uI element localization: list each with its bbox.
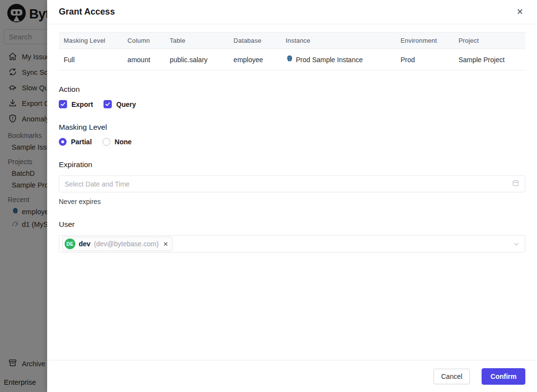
col-header-column: Column: [122, 33, 165, 49]
confirm-button[interactable]: Confirm: [482, 368, 525, 385]
partial-radio[interactable]: Partial: [59, 138, 92, 146]
user-select[interactable]: DE dev (dev@bytebase.com) ✕: [59, 235, 525, 253]
remove-user-icon[interactable]: ✕: [163, 241, 168, 247]
expiration-hint: Never expires: [59, 198, 525, 205]
user-tag: DE dev (dev@bytebase.com) ✕: [62, 237, 173, 251]
instance-name: Prod Sample Instance: [296, 56, 363, 64]
cell-masking-level: Full: [59, 49, 122, 70]
masking-level-section-label: Masking Level: [59, 123, 525, 132]
cancel-button[interactable]: Cancel: [433, 369, 470, 384]
expiration-section-label: Expiration: [59, 160, 525, 169]
export-checkbox-label: Export: [71, 101, 93, 108]
checkbox-checked-icon: [59, 100, 67, 108]
expiration-input[interactable]: [65, 180, 508, 188]
calendar-icon[interactable]: [512, 179, 520, 189]
cell-instance: Prod Sample Instance: [281, 49, 396, 70]
table-header-row: Masking Level Column Table Database Inst…: [59, 33, 525, 49]
col-header-masking-level: Masking Level: [59, 33, 122, 49]
partial-radio-label: Partial: [71, 138, 92, 146]
cell-project: Sample Project: [453, 49, 525, 70]
export-checkbox[interactable]: Export: [59, 100, 93, 108]
modal-footer: Cancel Confirm: [47, 360, 537, 392]
masking-level-options: Partial None: [59, 138, 525, 146]
expiration-date-picker[interactable]: [59, 175, 525, 192]
query-checkbox-label: Query: [116, 101, 136, 108]
modal-header: Grant Access ✕: [47, 0, 537, 24]
query-checkbox[interactable]: Query: [104, 100, 136, 108]
table-row: Full amount public.salary employee Prod …: [59, 49, 525, 70]
user-section-label: User: [59, 220, 525, 229]
radio-unselected-icon: [103, 138, 110, 146]
radio-selected-icon: [59, 138, 67, 146]
grant-access-modal: Grant Access ✕ Masking Level Column Tabl…: [47, 0, 537, 392]
modal-body: Masking Level Column Table Database Inst…: [47, 24, 537, 360]
grant-table: Masking Level Column Table Database Inst…: [59, 32, 525, 70]
avatar: DE: [65, 239, 75, 249]
col-header-project: Project: [453, 33, 525, 49]
cell-environment: Prod: [396, 49, 453, 70]
col-header-instance: Instance: [281, 33, 396, 49]
none-radio-label: None: [115, 138, 132, 146]
chevron-down-icon[interactable]: [513, 240, 520, 248]
col-header-database: Database: [229, 33, 281, 49]
col-header-environment: Environment: [396, 33, 453, 49]
postgresql-icon: [286, 55, 294, 64]
modal-title: Grant Access: [59, 7, 115, 17]
user-email: (dev@bytebase.com): [94, 240, 158, 248]
cell-database: employee: [229, 49, 281, 70]
col-header-table: Table: [165, 33, 228, 49]
action-options: Export Query: [59, 100, 525, 108]
user-name: dev: [79, 240, 90, 248]
cell-table: public.salary: [165, 49, 228, 70]
cell-column: amount: [122, 49, 165, 70]
none-radio[interactable]: None: [103, 138, 132, 146]
checkbox-checked-icon: [104, 100, 112, 108]
close-icon[interactable]: ✕: [515, 6, 525, 18]
action-section-label: Action: [59, 85, 525, 94]
